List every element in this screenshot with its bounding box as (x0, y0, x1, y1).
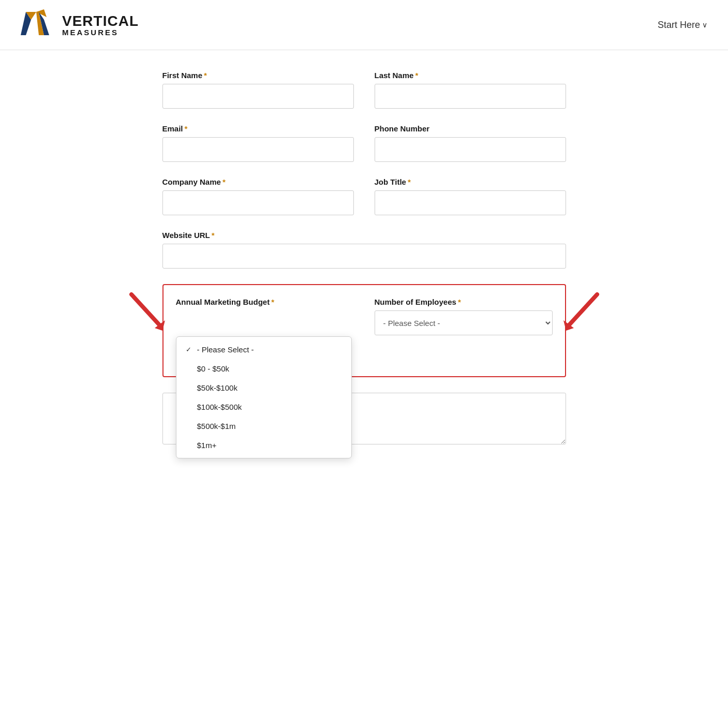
budget-option-label-1: $0 - $50k (197, 364, 230, 373)
required-star: * (204, 71, 207, 80)
svg-line-4 (131, 294, 160, 325)
required-star-4: * (222, 177, 226, 186)
site-header: VERTICAL MEASURES Start Here ∨ (0, 0, 728, 50)
company-field: Company Name* (162, 177, 354, 215)
email-input[interactable] (162, 137, 354, 162)
required-star-3: * (185, 124, 188, 133)
logo: VERTICAL MEASURES (21, 9, 139, 40)
email-label: Email* (162, 124, 354, 133)
first-name-input[interactable] (162, 84, 354, 109)
first-name-field: First Name* (162, 71, 354, 109)
required-star-7: * (271, 298, 274, 306)
right-arrow-icon (556, 289, 607, 336)
budget-option-0-50k[interactable]: $0 - $50k (176, 359, 351, 378)
budget-option-label-3: $100k-$500k (197, 403, 242, 411)
annual-budget-label: Annual Marketing Budget* (176, 298, 354, 306)
start-here-label: Start Here (658, 20, 700, 31)
annual-budget-field: Annual Marketing Budget* ✓ - Please Sele… (176, 298, 354, 335)
left-arrow-container (121, 289, 173, 338)
budget-option-label-5: $1m+ (197, 441, 217, 450)
checkmark-icon: ✓ (186, 346, 193, 353)
name-row: First Name* Last Name* (162, 71, 566, 109)
budget-option-label-2: $50k-$100k (197, 383, 237, 392)
chevron-down-icon: ∨ (702, 21, 707, 29)
phone-field: Phone Number (375, 124, 566, 162)
budget-employees-section: Annual Marketing Budget* ✓ - Please Sele… (162, 284, 566, 377)
job-title-label: Job Title* (375, 177, 566, 186)
budget-option-1m-plus[interactable]: $1m+ (176, 436, 351, 455)
svg-line-6 (569, 294, 597, 325)
start-here-nav[interactable]: Start Here ∨ (658, 20, 707, 31)
budget-option-50k-100k[interactable]: $50k-$100k (176, 378, 351, 397)
logo-text: VERTICAL MEASURES (62, 14, 139, 36)
logo-measures-text: MEASURES (62, 28, 139, 36)
phone-input[interactable] (375, 137, 566, 162)
email-phone-row: Email* Phone Number (162, 124, 566, 162)
company-label: Company Name* (162, 177, 354, 186)
employees-select[interactable]: - Please Select - 1-10 11-50 51-200 201-… (375, 310, 553, 335)
budget-option-label-4: $500k-$1m (197, 422, 236, 430)
required-star-5: * (408, 177, 411, 186)
required-star-2: * (415, 71, 418, 80)
website-field: Website URL* (162, 231, 566, 269)
right-arrow-container (556, 289, 607, 338)
website-row: Website URL* (162, 231, 566, 269)
budget-option-100k-500k[interactable]: $100k-$500k (176, 397, 351, 417)
website-input[interactable] (162, 244, 566, 269)
company-input[interactable] (162, 190, 354, 215)
logo-vertical-text: VERTICAL (62, 14, 139, 28)
email-field: Email* (162, 124, 354, 162)
main-form: First Name* Last Name* Email* Phone Numb… (131, 50, 597, 478)
first-name-label: First Name* (162, 71, 354, 80)
job-title-field: Job Title* (375, 177, 566, 215)
budget-option-500k-1m[interactable]: $500k-$1m (176, 417, 351, 436)
website-label: Website URL* (162, 231, 566, 240)
employees-field: Number of Employees* - Please Select - 1… (375, 298, 553, 335)
budget-option-label-0: - Please Select - (197, 345, 254, 354)
phone-label: Phone Number (375, 124, 566, 133)
budget-employees-row: Annual Marketing Budget* ✓ - Please Sele… (176, 298, 553, 335)
budget-option-please-select[interactable]: ✓ - Please Select - (176, 340, 351, 359)
required-star-6: * (212, 231, 215, 240)
company-job-row: Company Name* Job Title* (162, 177, 566, 215)
required-star-8: * (458, 298, 461, 306)
last-name-label: Last Name* (375, 71, 566, 80)
last-name-input[interactable] (375, 84, 566, 109)
highlighted-wrapper: Annual Marketing Budget* ✓ - Please Sele… (162, 284, 566, 377)
budget-dropdown-list[interactable]: ✓ - Please Select - $0 - $50k $50k-$100k (176, 336, 352, 458)
logo-icon (21, 9, 57, 40)
job-title-input[interactable] (375, 190, 566, 215)
last-name-field: Last Name* (375, 71, 566, 109)
left-arrow-icon (121, 289, 173, 336)
employees-label: Number of Employees* (375, 298, 553, 306)
